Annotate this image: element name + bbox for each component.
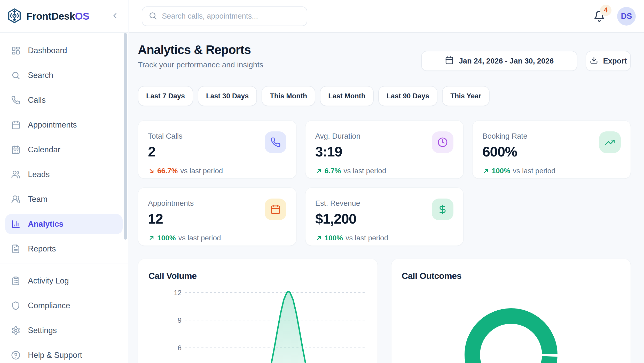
sidebar-item-label: Activity Log [28,276,69,286]
users-icon [11,170,21,179]
arrow-up-right-icon [315,234,323,242]
sidebar-item-label: Appointments [28,120,77,130]
calendar-icon [265,199,286,220]
sidebar-item-label: Calendar [28,145,60,154]
arrow-up-right-icon [315,167,323,175]
sidebar-item-label: Compliance [28,301,70,310]
sidebar-item-team[interactable]: Team [5,189,123,209]
search-icon [148,11,157,21]
clipboard-list-icon [11,276,21,286]
shield-icon [11,301,21,311]
stat-card-appointments: Appointments 12 100% vs last period [138,187,296,246]
chip-last-7-days[interactable]: Last 7 Days [138,86,193,106]
call-volume-chart-card: 12 9 6 Call Volume [138,259,378,363]
sidebar-item-leads[interactable]: Leads [5,164,123,185]
sidebar-item-activity-log[interactable]: Activity Log [5,271,123,291]
page-title: Analytics & Reports [138,43,263,57]
search-input[interactable] [162,12,301,20]
stat-delta: 100% vs last period [482,167,620,175]
trending-up-icon [599,131,621,153]
date-range-label: Jan 24, 2026 - Jan 30, 2026 [459,57,554,65]
sidebar-item-help-support[interactable]: Help & Support [5,345,123,363]
brand-name: FrontDeskOS [26,11,89,22]
topbar-actions: 4 DS [593,7,636,26]
export-label: Export [603,57,627,65]
chip-last-month[interactable]: Last Month [320,86,374,106]
help-circle-icon [11,350,21,360]
download-icon [590,56,598,66]
stat-delta: 66.7% vs last period [148,167,286,175]
calendar-icon [445,56,454,66]
sidebar-item-label: Help & Support [28,351,82,360]
chip-this-year[interactable]: This Year [442,86,490,106]
gear-icon [11,326,21,335]
sidebar-item-analytics[interactable]: Analytics [5,214,123,234]
sidebar-item-label: Search [28,71,53,80]
stat-delta-suffix: vs last period [180,167,223,175]
stat-delta: 100% vs last period [148,234,286,242]
stat-delta-pct: 66.7% [157,167,178,175]
notifications-button[interactable]: 4 [593,10,605,22]
avatar[interactable]: DS [617,7,636,26]
stat-delta-pct: 100% [325,234,343,242]
sidebar-item-appointments[interactable]: Appointments [5,115,123,135]
calendar-icon [11,120,21,130]
sidebar-item-search[interactable]: Search [5,65,123,85]
main-content: Analytics & Reports Track your performan… [129,33,644,363]
stat-delta-suffix: vs last period [513,167,555,175]
global-search[interactable] [142,6,307,26]
export-button[interactable]: Export [586,51,631,71]
chart-title: Call Volume [148,271,197,281]
sidebar-item-label: Analytics [28,219,64,229]
sidebar-scrollbar[interactable] [124,33,127,240]
svg-text:12: 12 [174,289,182,297]
chevron-left-icon [111,11,119,21]
phone-icon [11,95,21,105]
sidebar-item-reports[interactable]: Reports [5,239,123,259]
stat-card-total-calls: Total Calls 2 66.7% vs last period [138,120,296,179]
sidebar-collapse-button[interactable] [109,11,121,22]
sidebar-item-label: Reports [28,244,56,254]
stat-cards: Total Calls 2 66.7% vs last period Avg. … [138,120,631,246]
bell-icon [593,19,605,23]
sidebar-header: FrontDeskOS [0,0,128,33]
chip-this-month[interactable]: This Month [262,86,315,106]
stat-delta-suffix: vs last period [343,167,386,175]
chip-last-30-days[interactable]: Last 30 Days [198,86,257,106]
stat-delta: 100% vs last period [315,234,453,242]
search-icon [11,70,21,80]
stat-card-avg-duration: Avg. Duration 3:19 6.7% vs last period [305,120,464,179]
arrow-up-right-icon [148,234,155,242]
stat-delta-suffix: vs last period [178,234,221,242]
stat-delta-pct: 100% [157,234,176,242]
sidebar-item-calendar[interactable]: Calendar [5,140,123,160]
stat-delta-pct: 6.7% [325,167,341,175]
page-head-text: Analytics & Reports Track your performan… [138,43,263,69]
stat-card-booking-rate: Booking Rate 600% 100% vs last period [472,120,631,179]
dashboard-grid-icon [11,46,21,56]
svg-text:6: 6 [178,344,182,352]
date-range-button[interactable]: Jan 24, 2026 - Jan 30, 2026 [421,51,577,71]
phone-icon [265,131,286,153]
sidebar-item-label: Settings [28,326,57,335]
stat-delta-suffix: vs last period [345,234,388,242]
sidebar-item-dashboard[interactable]: Dashboard [5,41,123,61]
sidebar-item-label: Calls [28,96,46,105]
dollar-sign-icon [432,199,453,220]
frontdeskos-app: FrontDeskOS Dashboard Search Calls [0,0,644,363]
arrow-down-right-icon [148,167,155,175]
charts-row: 12 9 6 Call Volume Call Outcomes [138,259,631,363]
stat-delta-pct: 100% [492,167,510,175]
sidebar-item-settings[interactable]: Settings [5,320,123,341]
sidebar-item-label: Dashboard [28,46,67,55]
donut-segment [472,316,550,363]
notification-badge: 4 [600,5,611,16]
sidebar-item-calls[interactable]: Calls [5,90,123,110]
users-round-icon [11,194,21,204]
chip-last-90-days[interactable]: Last 90 Days [378,86,437,106]
chart-title: Call Outcomes [402,271,462,281]
sidebar-item-compliance[interactable]: Compliance [5,296,123,316]
page-subtitle: Track your performance and insights [138,60,263,69]
sidebar-item-label: Leads [28,170,50,179]
sidebar-item-label: Team [28,195,48,204]
